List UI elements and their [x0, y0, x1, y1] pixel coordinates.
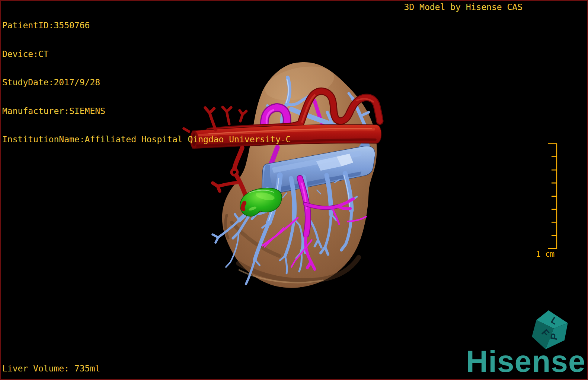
orientation-cube: L F P [532, 310, 568, 349]
viewer-canvas[interactable]: 1 cm L F P PatientID:3550766 Device:CT S… [0, 0, 588, 380]
artery-tip [243, 203, 245, 209]
model-credit: 3D Model by Hisense CAS [404, 2, 523, 12]
scale-bar-label: 1 cm [536, 250, 555, 259]
device-line: Device:CT [2, 50, 291, 59]
study-date-line: StudyDate:2017/9/28 [2, 78, 291, 88]
scale-bar: 1 cm [536, 143, 557, 259]
institution-line: InstitutionName:Affiliated Hospital Qing… [2, 135, 291, 145]
liver-volume-readout: Liver Volume: 735ml [2, 364, 100, 373]
hisense-logo: Hisense [466, 346, 586, 377]
patient-id-line: PatientID:3550766 [2, 21, 291, 31]
patient-info-overlay: PatientID:3550766 Device:CT StudyDate:20… [2, 2, 291, 164]
manufacturer-line: Manufacturer:SIEMENS [2, 107, 291, 116]
